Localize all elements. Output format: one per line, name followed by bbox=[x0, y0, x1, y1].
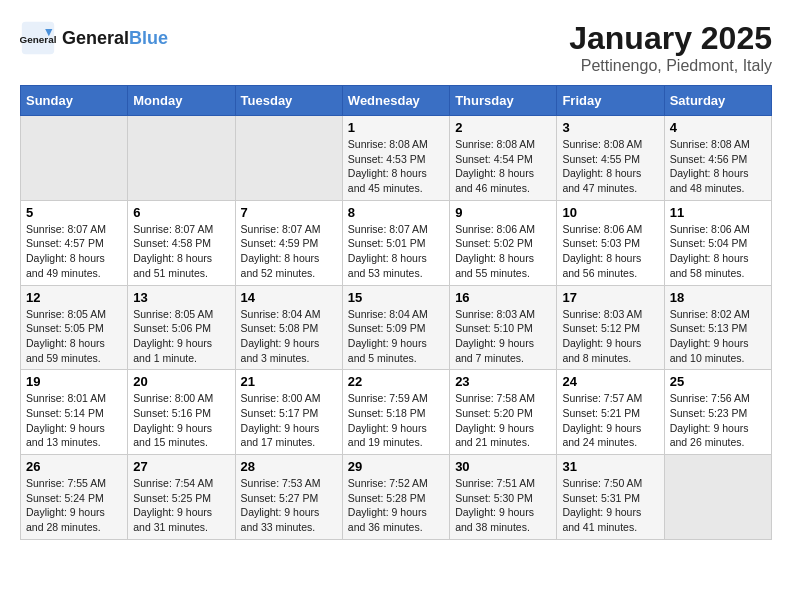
calendar-week-row: 12 Sunrise: 8:05 AM Sunset: 5:05 PM Dayl… bbox=[21, 285, 772, 370]
calendar-cell: 12 Sunrise: 8:05 AM Sunset: 5:05 PM Dayl… bbox=[21, 285, 128, 370]
day-info: Sunrise: 7:59 AM Sunset: 5:18 PM Dayligh… bbox=[348, 391, 444, 450]
calendar-cell: 31 Sunrise: 7:50 AM Sunset: 5:31 PM Dayl… bbox=[557, 455, 664, 540]
sunset: Sunset: 5:21 PM bbox=[562, 407, 640, 419]
sunset: Sunset: 5:17 PM bbox=[241, 407, 319, 419]
day-number: 7 bbox=[241, 205, 337, 220]
weekday-header: Thursday bbox=[450, 86, 557, 116]
daylight: Daylight: 9 hours and 19 minutes. bbox=[348, 422, 427, 449]
day-number: 10 bbox=[562, 205, 658, 220]
calendar-cell: 14 Sunrise: 8:04 AM Sunset: 5:08 PM Dayl… bbox=[235, 285, 342, 370]
sunrise: Sunrise: 8:07 AM bbox=[241, 223, 321, 235]
sunrise: Sunrise: 8:08 AM bbox=[670, 138, 750, 150]
calendar-cell: 6 Sunrise: 8:07 AM Sunset: 4:58 PM Dayli… bbox=[128, 200, 235, 285]
calendar-cell bbox=[21, 116, 128, 201]
calendar-cell: 9 Sunrise: 8:06 AM Sunset: 5:02 PM Dayli… bbox=[450, 200, 557, 285]
day-info: Sunrise: 8:08 AM Sunset: 4:53 PM Dayligh… bbox=[348, 137, 444, 196]
calendar-cell: 13 Sunrise: 8:05 AM Sunset: 5:06 PM Dayl… bbox=[128, 285, 235, 370]
calendar-cell: 29 Sunrise: 7:52 AM Sunset: 5:28 PM Dayl… bbox=[342, 455, 449, 540]
daylight: Daylight: 9 hours and 5 minutes. bbox=[348, 337, 427, 364]
calendar-cell: 7 Sunrise: 8:07 AM Sunset: 4:59 PM Dayli… bbox=[235, 200, 342, 285]
logo-icon: General bbox=[20, 20, 56, 56]
calendar-cell: 22 Sunrise: 7:59 AM Sunset: 5:18 PM Dayl… bbox=[342, 370, 449, 455]
calendar-cell bbox=[128, 116, 235, 201]
day-info: Sunrise: 8:08 AM Sunset: 4:55 PM Dayligh… bbox=[562, 137, 658, 196]
sunset: Sunset: 4:55 PM bbox=[562, 153, 640, 165]
sunset: Sunset: 4:54 PM bbox=[455, 153, 533, 165]
calendar-cell: 5 Sunrise: 8:07 AM Sunset: 4:57 PM Dayli… bbox=[21, 200, 128, 285]
day-number: 23 bbox=[455, 374, 551, 389]
sunrise: Sunrise: 8:01 AM bbox=[26, 392, 106, 404]
day-info: Sunrise: 8:00 AM Sunset: 5:16 PM Dayligh… bbox=[133, 391, 229, 450]
day-info: Sunrise: 7:55 AM Sunset: 5:24 PM Dayligh… bbox=[26, 476, 122, 535]
calendar-cell: 11 Sunrise: 8:06 AM Sunset: 5:04 PM Dayl… bbox=[664, 200, 771, 285]
sunset: Sunset: 5:24 PM bbox=[26, 492, 104, 504]
sunrise: Sunrise: 8:02 AM bbox=[670, 308, 750, 320]
calendar-week-row: 1 Sunrise: 8:08 AM Sunset: 4:53 PM Dayli… bbox=[21, 116, 772, 201]
sunrise: Sunrise: 7:54 AM bbox=[133, 477, 213, 489]
day-info: Sunrise: 8:05 AM Sunset: 5:05 PM Dayligh… bbox=[26, 307, 122, 366]
sunrise: Sunrise: 8:03 AM bbox=[455, 308, 535, 320]
day-info: Sunrise: 8:07 AM Sunset: 4:57 PM Dayligh… bbox=[26, 222, 122, 281]
daylight: Daylight: 8 hours and 48 minutes. bbox=[670, 167, 749, 194]
sunset: Sunset: 5:02 PM bbox=[455, 237, 533, 249]
day-number: 28 bbox=[241, 459, 337, 474]
sunrise: Sunrise: 8:06 AM bbox=[562, 223, 642, 235]
day-number: 17 bbox=[562, 290, 658, 305]
day-number: 14 bbox=[241, 290, 337, 305]
calendar-cell: 8 Sunrise: 8:07 AM Sunset: 5:01 PM Dayli… bbox=[342, 200, 449, 285]
daylight: Daylight: 9 hours and 7 minutes. bbox=[455, 337, 534, 364]
day-info: Sunrise: 8:03 AM Sunset: 5:10 PM Dayligh… bbox=[455, 307, 551, 366]
sunset: Sunset: 5:25 PM bbox=[133, 492, 211, 504]
sunrise: Sunrise: 7:57 AM bbox=[562, 392, 642, 404]
daylight: Daylight: 9 hours and 10 minutes. bbox=[670, 337, 749, 364]
sunset: Sunset: 5:13 PM bbox=[670, 322, 748, 334]
sunset: Sunset: 4:53 PM bbox=[348, 153, 426, 165]
calendar-cell: 25 Sunrise: 7:56 AM Sunset: 5:23 PM Dayl… bbox=[664, 370, 771, 455]
day-number: 25 bbox=[670, 374, 766, 389]
sunrise: Sunrise: 8:06 AM bbox=[455, 223, 535, 235]
day-info: Sunrise: 8:08 AM Sunset: 4:56 PM Dayligh… bbox=[670, 137, 766, 196]
day-number: 9 bbox=[455, 205, 551, 220]
calendar-cell: 16 Sunrise: 8:03 AM Sunset: 5:10 PM Dayl… bbox=[450, 285, 557, 370]
day-info: Sunrise: 7:57 AM Sunset: 5:21 PM Dayligh… bbox=[562, 391, 658, 450]
sunset: Sunset: 5:05 PM bbox=[26, 322, 104, 334]
day-info: Sunrise: 7:52 AM Sunset: 5:28 PM Dayligh… bbox=[348, 476, 444, 535]
day-number: 13 bbox=[133, 290, 229, 305]
day-number: 22 bbox=[348, 374, 444, 389]
logo: General GeneralBlue bbox=[20, 20, 168, 56]
sunrise: Sunrise: 8:07 AM bbox=[133, 223, 213, 235]
daylight: Daylight: 8 hours and 58 minutes. bbox=[670, 252, 749, 279]
day-info: Sunrise: 8:07 AM Sunset: 4:58 PM Dayligh… bbox=[133, 222, 229, 281]
sunrise: Sunrise: 8:00 AM bbox=[133, 392, 213, 404]
sunrise: Sunrise: 7:56 AM bbox=[670, 392, 750, 404]
daylight: Daylight: 8 hours and 56 minutes. bbox=[562, 252, 641, 279]
daylight: Daylight: 9 hours and 26 minutes. bbox=[670, 422, 749, 449]
sunset: Sunset: 4:56 PM bbox=[670, 153, 748, 165]
sunrise: Sunrise: 7:55 AM bbox=[26, 477, 106, 489]
calendar-cell: 4 Sunrise: 8:08 AM Sunset: 4:56 PM Dayli… bbox=[664, 116, 771, 201]
sunrise: Sunrise: 8:00 AM bbox=[241, 392, 321, 404]
day-info: Sunrise: 7:51 AM Sunset: 5:30 PM Dayligh… bbox=[455, 476, 551, 535]
calendar-cell: 15 Sunrise: 8:04 AM Sunset: 5:09 PM Dayl… bbox=[342, 285, 449, 370]
sunrise: Sunrise: 8:04 AM bbox=[241, 308, 321, 320]
day-info: Sunrise: 8:02 AM Sunset: 5:13 PM Dayligh… bbox=[670, 307, 766, 366]
calendar-cell: 1 Sunrise: 8:08 AM Sunset: 4:53 PM Dayli… bbox=[342, 116, 449, 201]
sunrise: Sunrise: 7:50 AM bbox=[562, 477, 642, 489]
day-number: 4 bbox=[670, 120, 766, 135]
calendar-cell: 10 Sunrise: 8:06 AM Sunset: 5:03 PM Dayl… bbox=[557, 200, 664, 285]
calendar-cell bbox=[664, 455, 771, 540]
sunset: Sunset: 5:14 PM bbox=[26, 407, 104, 419]
location: Pettinengo, Piedmont, Italy bbox=[569, 57, 772, 75]
daylight: Daylight: 9 hours and 13 minutes. bbox=[26, 422, 105, 449]
day-number: 1 bbox=[348, 120, 444, 135]
sunrise: Sunrise: 8:05 AM bbox=[133, 308, 213, 320]
title-block: January 2025 Pettinengo, Piedmont, Italy bbox=[569, 20, 772, 75]
sunset: Sunset: 5:08 PM bbox=[241, 322, 319, 334]
day-number: 12 bbox=[26, 290, 122, 305]
daylight: Daylight: 9 hours and 36 minutes. bbox=[348, 506, 427, 533]
sunset: Sunset: 4:57 PM bbox=[26, 237, 104, 249]
calendar-cell: 30 Sunrise: 7:51 AM Sunset: 5:30 PM Dayl… bbox=[450, 455, 557, 540]
day-info: Sunrise: 7:56 AM Sunset: 5:23 PM Dayligh… bbox=[670, 391, 766, 450]
day-number: 31 bbox=[562, 459, 658, 474]
daylight: Daylight: 8 hours and 55 minutes. bbox=[455, 252, 534, 279]
